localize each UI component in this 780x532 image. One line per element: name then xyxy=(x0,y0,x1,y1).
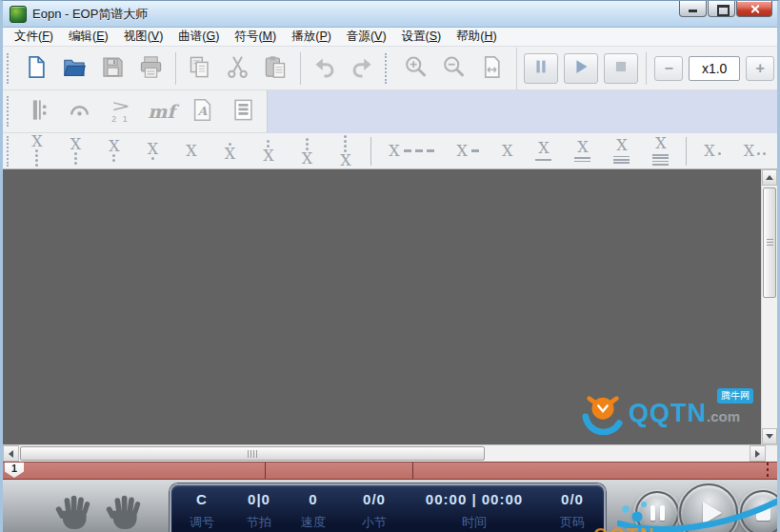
menu-item-score[interactable]: 曲谱(G) xyxy=(170,27,227,47)
stop-toolbar-button[interactable] xyxy=(604,53,638,84)
octave-down-4-button[interactable]: X xyxy=(30,134,46,167)
toolbar-edge xyxy=(516,48,517,89)
fit-width-button[interactable] xyxy=(472,49,510,88)
svg-text:A: A xyxy=(197,104,208,118)
arrow-up-icon xyxy=(766,175,773,180)
menu-item-settings[interactable]: 设置(S) xyxy=(394,27,450,47)
toolbar-gripper[interactable] xyxy=(385,53,391,84)
tempo-decrease-button[interactable]: − xyxy=(654,56,683,81)
play-toolbar-button[interactable] xyxy=(564,53,598,84)
left-hand-button[interactable] xyxy=(52,492,94,532)
pause-transport-button[interactable] xyxy=(635,491,679,532)
right-hand-button[interactable] xyxy=(103,492,145,532)
maximize-button[interactable] xyxy=(708,1,735,17)
cut-button[interactable] xyxy=(219,49,257,88)
repeat-sign-button[interactable] xyxy=(18,92,59,130)
close-button[interactable] xyxy=(736,1,772,17)
score-canvas[interactable]: QQTN.com 腾牛网 xyxy=(3,169,761,444)
stop-icon xyxy=(610,56,631,80)
toolbar-gripper[interactable] xyxy=(7,136,13,167)
octave-up-4-button[interactable]: X xyxy=(338,134,354,167)
quarter-note-button[interactable]: X xyxy=(502,142,512,160)
menu-item-view[interactable]: 视图(V) xyxy=(116,27,171,47)
fingering-button[interactable]: >2 1 xyxy=(100,92,141,130)
zoom-in-button[interactable] xyxy=(396,49,434,88)
thirty-second-note-button[interactable]: X xyxy=(613,138,630,164)
status-panel: C调号0|0节拍0速度0/0小节00:00 | 00:00时间0/0页码 xyxy=(170,483,606,532)
new-button[interactable] xyxy=(18,49,56,88)
toolbar-notes: XXXXXXXXXXXXXXXXXX xyxy=(3,133,777,169)
dotted-note-button[interactable]: X xyxy=(704,142,720,160)
status-time: 00:00 | 00:00时间 xyxy=(408,491,541,532)
toolbar-gripper[interactable] xyxy=(7,53,13,84)
title-bar[interactable]: Eopn - EOP简谱大师 xyxy=(3,1,777,28)
window-title: Eopn - EOP简谱大师 xyxy=(32,6,148,23)
menu-item-play[interactable]: 播放(P) xyxy=(284,27,339,47)
minimize-button[interactable] xyxy=(679,1,707,17)
timeline-ruler[interactable]: 1 xyxy=(3,462,777,480)
lyrics-button[interactable]: A xyxy=(182,92,223,130)
menu-bar: 文件(F)编辑(E)视图(V)曲谱(G)符号(M)播放(P)音源(V)设置(S)… xyxy=(3,28,777,47)
fermata-icon xyxy=(67,97,92,126)
menu-item-file[interactable]: 文件(F) xyxy=(7,27,61,47)
toolbar-separator xyxy=(370,137,371,166)
score-format-button[interactable] xyxy=(223,92,264,130)
dynamics-mf-icon: mf xyxy=(148,101,174,122)
scroll-right-button[interactable] xyxy=(750,445,766,462)
sixteenth-note-button[interactable]: X xyxy=(574,140,590,163)
save-button[interactable] xyxy=(94,49,132,88)
copy-button[interactable] xyxy=(181,49,219,88)
toolbar-gripper[interactable] xyxy=(7,96,13,127)
status-time-label: 时间 xyxy=(462,514,487,531)
open-button[interactable] xyxy=(56,49,94,88)
zoom-out-button[interactable] xyxy=(434,49,472,88)
qqtn-logo-icon xyxy=(581,391,625,435)
redo-button[interactable] xyxy=(343,49,381,88)
play-transport-button[interactable] xyxy=(679,483,738,532)
paste-icon xyxy=(263,54,289,83)
pause-toolbar-button[interactable] xyxy=(524,53,558,84)
menu-item-edit[interactable]: 编辑(E) xyxy=(61,27,116,47)
paste-button[interactable] xyxy=(257,49,295,88)
arrow-left-icon xyxy=(9,450,13,458)
menu-item-help[interactable]: 帮助(H) xyxy=(449,27,504,47)
horizontal-scrollbar[interactable] xyxy=(3,444,777,462)
horizontal-scroll-thumb[interactable] xyxy=(20,446,485,461)
dynamics-mf-button[interactable]: mf xyxy=(141,92,182,130)
lyrics-icon: A xyxy=(190,97,215,126)
sixty-fourth-note-button[interactable]: X xyxy=(652,136,669,166)
eighth-note-button[interactable]: X xyxy=(535,141,551,160)
status-key-signature-value: C xyxy=(196,491,208,507)
half-note-button[interactable]: X xyxy=(457,142,479,160)
octave-down-1-button[interactable]: X xyxy=(145,142,161,161)
maximize-icon xyxy=(717,5,730,16)
octave-down-3-button[interactable]: X xyxy=(68,137,84,166)
double-dotted-note-button[interactable]: X xyxy=(744,142,766,160)
status-tempo-label: 速度 xyxy=(301,514,326,531)
whole-note-button[interactable]: X xyxy=(389,142,433,160)
tempo-increase-button[interactable]: + xyxy=(746,56,774,81)
fermata-button[interactable] xyxy=(59,92,100,130)
undo-button[interactable] xyxy=(306,49,344,88)
scroll-up-button[interactable] xyxy=(762,169,777,186)
open-icon xyxy=(62,54,88,83)
main-area: QQTN.com 腾牛网 xyxy=(3,169,777,444)
octave-up-1-button[interactable]: X xyxy=(222,142,238,161)
octave-up-3-button[interactable]: X xyxy=(299,137,315,166)
menu-item-symbol[interactable]: 符号(M) xyxy=(227,27,284,47)
print-icon xyxy=(138,54,164,83)
octave-down-2-button[interactable]: X xyxy=(107,139,123,163)
menu-item-sound-source[interactable]: 音源(V) xyxy=(339,27,394,47)
toolbar-symbols: >2 1mfA xyxy=(3,90,268,133)
octave-middle-button[interactable]: X xyxy=(184,144,200,158)
bottom-control-bar: C调号0|0节拍0速度0/0小节00:00 | 00:00时间0/0页码 QQT… xyxy=(3,480,777,532)
stop-transport-button[interactable] xyxy=(740,490,777,532)
status-page: 0/0页码 xyxy=(541,491,604,532)
vertical-scrollbar[interactable] xyxy=(761,169,777,444)
vertical-scroll-thumb[interactable] xyxy=(763,187,776,298)
scroll-left-button[interactable] xyxy=(3,445,19,462)
measure-marker[interactable]: 1 xyxy=(5,463,24,478)
print-button[interactable] xyxy=(132,49,170,88)
scroll-down-button[interactable] xyxy=(762,428,777,444)
octave-up-2-button[interactable]: X xyxy=(261,139,277,163)
